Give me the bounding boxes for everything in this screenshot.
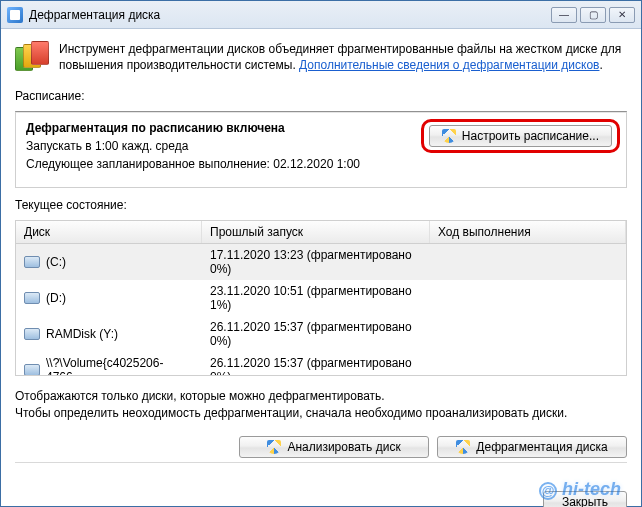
table-row[interactable]: (C:) 17.11.2020 13:23 (фрагментировано 0…: [16, 244, 626, 280]
footer-note: Отображаются только диски, которые можно…: [15, 388, 627, 422]
more-info-link[interactable]: Дополнительные сведения о дефрагментации…: [299, 58, 599, 72]
app-icon: [7, 7, 23, 23]
defragment-disk-button[interactable]: Дефрагментация диска: [437, 436, 627, 458]
window-title: Дефрагментация диска: [29, 8, 160, 22]
configure-schedule-button[interactable]: Настроить расписание...: [429, 125, 612, 147]
close-button-label: Закрыть: [562, 495, 608, 507]
disk-last-run: 26.11.2020 15:37 (фрагментировано 0%): [210, 356, 422, 376]
minimize-button[interactable]: —: [551, 7, 577, 23]
schedule-next-run: Следующее запланированное выполнение: 02…: [26, 157, 360, 171]
defrag-icon: [15, 41, 49, 75]
schedule-run-at: Запускать в 1:00 кажд. среда: [26, 139, 360, 153]
table-row[interactable]: (D:) 23.11.2020 10:51 (фрагментировано 1…: [16, 280, 626, 316]
titlebar: Дефрагментация диска — ▢ ✕: [1, 1, 641, 29]
disk-last-run: 26.11.2020 15:37 (фрагментировано 0%): [210, 320, 422, 348]
info-text-tail: .: [599, 58, 602, 72]
analyze-disk-button[interactable]: Анализировать диск: [239, 436, 429, 458]
uac-shield-icon: [442, 129, 456, 143]
info-banner: Инструмент дефрагментации дисков объедин…: [15, 41, 627, 75]
note-line-1: Отображаются только диски, которые можно…: [15, 388, 627, 405]
current-state-label: Текущее состояние:: [15, 198, 627, 212]
configure-schedule-label: Настроить расписание...: [462, 129, 599, 143]
uac-shield-icon: [456, 440, 470, 454]
disk-name: (C:): [46, 255, 66, 269]
disk-name: (D:): [46, 291, 66, 305]
maximize-button[interactable]: ▢: [580, 7, 606, 23]
separator: [15, 462, 627, 463]
disk-last-run: 17.11.2020 13:23 (фрагментировано 0%): [210, 248, 422, 276]
defrag-window: Дефрагментация диска — ▢ ✕ Инструмент де…: [0, 0, 642, 507]
drive-icon: [24, 328, 40, 340]
close-window-button[interactable]: ✕: [609, 7, 635, 23]
table-row[interactable]: RAMDisk (Y:) 26.11.2020 15:37 (фрагменти…: [16, 316, 626, 352]
analyze-disk-label: Анализировать диск: [287, 440, 400, 454]
schedule-panel: Дефрагментация по расписанию включена За…: [15, 111, 627, 188]
drive-icon: [24, 256, 40, 268]
col-header-progress[interactable]: Ход выполнения: [430, 221, 626, 243]
col-header-last-run[interactable]: Прошлый запуск: [202, 221, 430, 243]
drive-icon: [24, 364, 40, 376]
schedule-label: Расписание:: [15, 89, 627, 103]
note-line-2: Чтобы определить неоходимость дефрагмент…: [15, 405, 627, 422]
table-row[interactable]: \\?\Volume{c4025206-4766-... 26.11.2020 …: [16, 352, 626, 376]
col-header-disk[interactable]: Диск: [16, 221, 202, 243]
disk-name: RAMDisk (Y:): [46, 327, 118, 341]
disk-last-run: 23.11.2020 10:51 (фрагментировано 1%): [210, 284, 422, 312]
disk-table: Диск Прошлый запуск Ход выполнения (C:) …: [15, 220, 627, 376]
uac-shield-icon: [267, 440, 281, 454]
schedule-status-title: Дефрагментация по расписанию включена: [26, 121, 360, 135]
drive-icon: [24, 292, 40, 304]
close-button[interactable]: Закрыть: [543, 491, 627, 507]
defragment-disk-label: Дефрагментация диска: [476, 440, 607, 454]
disk-name: \\?\Volume{c4025206-4766-...: [46, 356, 194, 376]
